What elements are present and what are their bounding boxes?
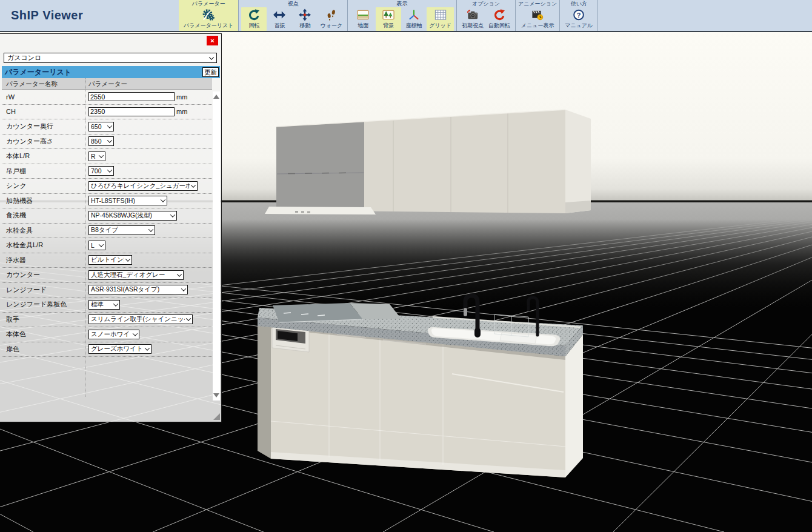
- toolbar-button-パラメーターリスト[interactable]: パラメーターリスト: [181, 7, 236, 31]
- param-row-本体L/R: 本体L/RR: [2, 149, 212, 164]
- toolbar-button-label: 背景: [383, 22, 394, 30]
- param-row-加熱機器: 加熱機器HT-L8STFS(IH): [2, 194, 212, 209]
- param-row-水栓金具: 水栓金具B8タイプ: [2, 224, 212, 239]
- param-label: 水栓金具: [2, 226, 85, 235]
- param-row-水栓金具L/R: 水栓金具L/RL: [2, 238, 212, 253]
- toolbar-button-背景[interactable]: 背景: [376, 7, 401, 31]
- param-row-レンジフード幕板色: レンジフード幕板色標準: [2, 298, 212, 313]
- toolbar-group-label: アニメーション: [518, 1, 557, 7]
- chevron-down-icon: [99, 242, 104, 247]
- toolbar-button-label: ウォーク: [320, 22, 342, 30]
- param-select-本体色[interactable]: スノーホワイト: [88, 330, 139, 339]
- param-select-レンジフード幕板色[interactable]: 標準: [88, 300, 120, 310]
- param-select-カウンター奥行[interactable]: 650: [88, 122, 114, 131]
- param-select-カウンター[interactable]: 人造大理石_ディオグレー: [88, 270, 184, 280]
- axes-icon: [407, 8, 421, 21]
- toolbar-button-label: 移動: [299, 22, 310, 30]
- param-select-本体L/R[interactable]: R: [88, 151, 105, 161]
- column-header-name: パラメーター名称: [2, 78, 85, 89]
- param-row-カウンター高さ: カウンター高さ850: [2, 135, 212, 150]
- toolbar-button-label: 地面: [358, 22, 368, 30]
- param-select-value: ASR-931SI(ASRタイプ): [91, 285, 159, 294]
- close-button[interactable]: ×: [207, 36, 218, 45]
- toolbar-button-マニュアル[interactable]: ?マニュアル: [562, 7, 595, 31]
- param-select-食洗機[interactable]: NP-45KS8WJG(浅型): [88, 211, 177, 221]
- panel-resize-grip[interactable]: [213, 413, 220, 420]
- param-input-CH[interactable]: [88, 107, 175, 116]
- param-label: 水栓金具L/R: [2, 241, 85, 250]
- param-select-シンク[interactable]: ひろびろキレイシンク_シュガーホワイト: [88, 181, 198, 191]
- param-select-value: NP-45KS8WJG(浅型): [91, 211, 152, 220]
- panel-scrollbar[interactable]: [213, 91, 220, 401]
- scroll-up-icon[interactable]: [213, 95, 219, 99]
- param-label: カウンター高さ: [2, 137, 85, 146]
- param-select-取手[interactable]: スリムライン取手(シャインニッケル): [88, 314, 193, 324]
- toolbar-button-グリッド[interactable]: グリッド: [427, 7, 454, 31]
- chevron-down-icon: [107, 123, 112, 128]
- param-select-水栓金具L/R[interactable]: L: [88, 241, 105, 250]
- param-input-rW[interactable]: [88, 92, 175, 101]
- param-row-浄水器: 浄水器ビルトイン型: [2, 253, 212, 268]
- toolbar-button-label: 座標軸: [406, 22, 422, 30]
- param-select-レンジフード[interactable]: ASR-931SI(ASRタイプ): [88, 285, 188, 294]
- param-value-cell: 850: [85, 135, 212, 149]
- gears-icon: [202, 8, 215, 21]
- toolbar-button-首振[interactable]: 首振: [267, 7, 292, 31]
- toolbar-button-ウォーク[interactable]: ウォーク: [318, 7, 345, 31]
- param-select-value: 650: [91, 123, 102, 130]
- chevron-down-icon: [186, 316, 191, 321]
- toolbar-button-回転[interactable]: 回転: [241, 7, 267, 31]
- param-row-rW: rWmm: [2, 90, 212, 105]
- scroll-down-icon[interactable]: [213, 393, 219, 397]
- param-select-浄水器[interactable]: ビルトイン型: [88, 255, 132, 265]
- param-select-value: 700: [91, 167, 102, 175]
- chevron-down-icon: [125, 257, 130, 262]
- param-select-吊戸棚[interactable]: 700: [88, 166, 114, 176]
- param-label: カウンター奥行: [2, 122, 85, 131]
- ground-icon: [356, 8, 370, 21]
- toolbar-button-座標軸[interactable]: 座標軸: [401, 7, 427, 31]
- toolbar-group-パラメーター: パラメーターパラメーターリスト: [179, 0, 239, 31]
- param-label: 食洗機: [2, 211, 85, 220]
- param-unit: mm: [176, 108, 187, 115]
- toolbar-groups: パラメーターパラメーターリスト視点回転首振移動ウォーク表示地面背景座標軸グリッド…: [179, 0, 598, 31]
- param-row-CH: CHmm: [2, 105, 212, 120]
- param-select-加熱機器[interactable]: HT-L8STFS(IH): [88, 196, 167, 205]
- toolbar-button-メニュー表示[interactable]: メニュー表示: [519, 7, 557, 31]
- parameter-table: rWmmCHmmカウンター奥行650カウンター高さ850本体L/RR吊戸棚700…: [2, 90, 212, 397]
- parameter-panel: × ガスコンロ パラメーターリスト 更新 パラメーター名称 パラメーター rWm…: [0, 33, 222, 422]
- toolbar-button-地面[interactable]: 地面: [350, 7, 376, 31]
- param-select-水栓金具[interactable]: B8タイプ: [88, 225, 155, 235]
- param-select-value: R: [91, 153, 96, 160]
- param-value-cell: HT-L8STFS(IH): [85, 194, 212, 208]
- toolbar-button-label: マニュアル: [565, 22, 593, 30]
- chevron-down-icon: [170, 212, 175, 217]
- chevron-down-icon: [113, 301, 118, 306]
- param-select-value: スノーホワイト: [91, 330, 131, 339]
- param-label: rW: [2, 93, 85, 101]
- wall-cabinet: [265, 110, 591, 214]
- param-select-カウンター高さ[interactable]: 850: [88, 136, 114, 146]
- chevron-down-icon: [209, 55, 214, 59]
- preset-select[interactable]: ガスコンロ: [4, 53, 217, 63]
- toolbar-button-初期視点[interactable]: 初期視点: [459, 7, 486, 31]
- param-value-cell: 700: [85, 164, 212, 179]
- param-row-取手: 取手スリムライン取手(シャインニッケル): [2, 313, 212, 328]
- param-label: カウンター: [2, 270, 85, 279]
- chevron-down-icon: [161, 198, 165, 202]
- param-select-扉色[interactable]: グレーズホワイト: [88, 344, 151, 354]
- toolbar-button-移動[interactable]: 移動: [292, 7, 318, 31]
- param-label: 加熱機器: [2, 196, 85, 205]
- toolbar-button-自動回転[interactable]: 自動回転: [486, 7, 513, 31]
- param-value-cell: スリムライン取手(シャインニッケル): [85, 313, 212, 327]
- param-select-value: 標準: [91, 301, 104, 309]
- chevron-down-icon: [181, 287, 186, 291]
- chevron-down-icon: [148, 227, 153, 232]
- param-select-value: L: [91, 242, 95, 249]
- param-select-value: B8タイプ: [91, 226, 118, 234]
- param-value-cell: R: [85, 149, 212, 164]
- toolbar-group-表示: 表示地面背景座標軸グリッド: [348, 0, 457, 31]
- update-button[interactable]: 更新: [202, 67, 219, 77]
- table-header: パラメーター名称 パラメーター: [2, 78, 212, 90]
- toolbar-button-label: パラメーターリスト: [184, 22, 233, 30]
